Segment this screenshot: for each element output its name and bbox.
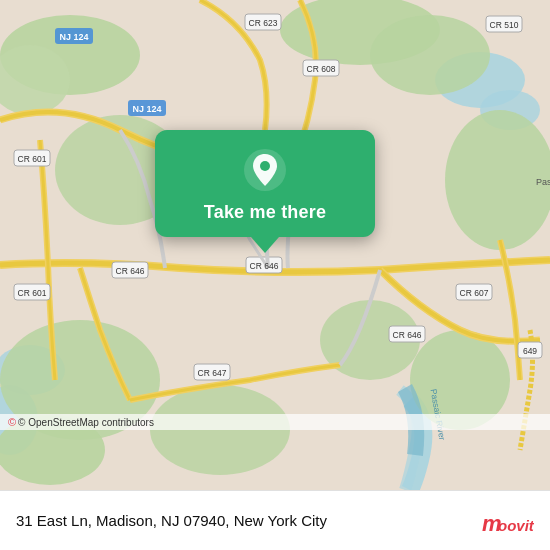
svg-point-9 [445,110,550,250]
take-me-there-button[interactable]: Take me there [155,130,375,237]
callout-label: Take me there [204,202,326,223]
svg-text:CR 646: CR 646 [116,266,145,276]
svg-text:CR 601: CR 601 [18,288,47,298]
attribution-text: © OpenStreetMap contributors [18,417,154,428]
svg-text:CR 647: CR 647 [198,368,227,378]
svg-text:oovit: oovit [498,517,534,534]
bottom-bar: 31 East Ln, Madison, NJ 07940, New York … [0,490,550,550]
svg-text:CR 607: CR 607 [460,288,489,298]
moovit-logo: m oovit [482,507,534,535]
svg-point-13 [150,385,290,475]
attribution-bar: © © OpenStreetMap contributors [0,414,550,430]
svg-text:649: 649 [523,346,537,356]
svg-text:CR 608: CR 608 [307,64,336,74]
callout-popup[interactable]: Take me there [155,130,375,253]
svg-point-8 [370,15,490,95]
moovit-logo-icon: m oovit [482,507,534,535]
svg-text:CR 646: CR 646 [393,330,422,340]
svg-text:Pass...: Pass... [536,177,550,187]
copyright-symbol: © [8,416,16,428]
svg-point-45 [260,161,270,171]
svg-text:CR 646: CR 646 [250,261,279,271]
svg-text:CR 623: CR 623 [249,18,278,28]
svg-text:CR 510: CR 510 [490,20,519,30]
svg-text:CR 601: CR 601 [18,154,47,164]
svg-text:NJ 124: NJ 124 [132,104,161,114]
map-container: NJ 124 NJ 124 CR 623 CR 608 CR 510 CR 60… [0,0,550,490]
svg-text:NJ 124: NJ 124 [59,32,88,42]
location-pin-icon [243,148,287,192]
address-text: 31 East Ln, Madison, NJ 07940, New York … [16,512,472,529]
